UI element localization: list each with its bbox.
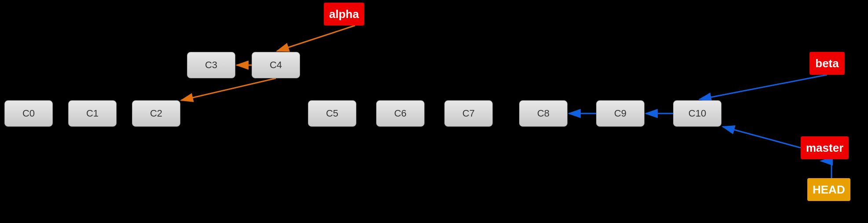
commit-c4: C4 (252, 52, 300, 78)
svg-line-5 (277, 26, 355, 51)
arrows-layer (0, 0, 868, 223)
commit-c1: C1 (68, 100, 117, 127)
commit-c7: C7 (444, 100, 493, 127)
commit-c0: C0 (4, 100, 53, 127)
commit-c3: C3 (187, 52, 235, 78)
label-alpha: alpha (324, 3, 364, 26)
commit-c9: C9 (596, 100, 645, 127)
commit-c2: C2 (132, 100, 180, 127)
svg-line-4 (181, 78, 276, 100)
svg-line-9 (723, 127, 801, 148)
label-beta: beta (809, 52, 845, 75)
commit-c8: C8 (519, 100, 568, 127)
commit-c5: C5 (308, 100, 356, 127)
label-head: HEAD (807, 178, 850, 201)
commit-c6: C6 (376, 100, 425, 127)
svg-line-8 (700, 75, 827, 99)
label-master: master (801, 136, 849, 159)
commit-c10: C10 (673, 100, 722, 127)
